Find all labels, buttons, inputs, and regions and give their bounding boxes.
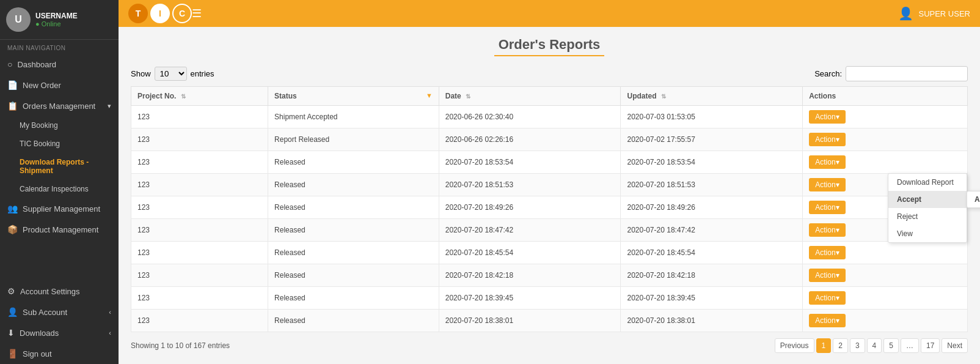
dropdown-item-download-report[interactable]: Download Report <box>888 174 967 191</box>
sidebar-item-label: My Booking <box>20 121 58 130</box>
sidebar-item-orders-management[interactable]: 📋 Orders Management ▾ <box>0 95 119 116</box>
dropdown-item-reject[interactable]: Reject <box>888 208 967 225</box>
user-icon: 👤 <box>7 307 18 317</box>
cell-status: Released <box>268 287 439 310</box>
sidebar-item-label: Calendar Inspections <box>20 185 89 193</box>
page-content: Order's Reports Show 10 25 50 100 entrie… <box>119 27 980 364</box>
users-icon: 👥 <box>7 204 18 214</box>
nav-section-label: MAIN NAVIGATION <box>0 40 119 54</box>
action-button[interactable]: Action▾ <box>809 133 845 146</box>
cell-updated: 2020-07-20 18:42:18 <box>621 264 803 287</box>
page-button-17[interactable]: 17 <box>921 338 940 353</box>
sidebar: U USERNAME Online MAIN NAVIGATION ○ Dash… <box>0 0 119 364</box>
cell-project-no: 123 <box>131 106 268 128</box>
action-dropdown-menu: Download ReportAcceptAccept ReportReject… <box>888 173 967 243</box>
action-button[interactable]: Action▾ <box>809 314 845 327</box>
cell-actions: Action▾ <box>803 242 968 264</box>
action-button[interactable]: Action▾ <box>809 155 845 169</box>
search-box: Search: <box>814 66 968 81</box>
chevron-down-icon: ▾ <box>108 102 111 110</box>
sidebar-item-my-booking[interactable]: My Booking <box>0 116 119 135</box>
sidebar-item-new-order[interactable]: 📄 New Order <box>0 75 119 95</box>
cell-status: Released <box>268 219 439 242</box>
cell-date: 2020-07-20 18:45:54 <box>439 242 621 264</box>
box-icon: 📦 <box>7 225 18 234</box>
col-date[interactable]: Date ⇅ <box>439 87 621 106</box>
page-button-2[interactable]: 2 <box>833 338 848 353</box>
sidebar-item-sub-account[interactable]: 👤 Sub Account ‹ <box>0 302 119 322</box>
cell-date: 2020-07-20 18:49:26 <box>439 196 621 219</box>
sidebar-item-sign-out[interactable]: 🚪 Sign out <box>0 343 119 364</box>
col-project-no[interactable]: Project No. ⇅ <box>131 87 268 106</box>
sidebar-item-download-reports[interactable]: Download Reports - Shipment <box>0 153 119 180</box>
sidebar-item-label: Product Management <box>23 225 98 234</box>
action-button[interactable]: Action▾ <box>809 246 845 259</box>
action-button[interactable]: Action▾ <box>809 178 845 191</box>
sort-icon: ⇅ <box>181 93 186 100</box>
hamburger-icon[interactable]: ☰ <box>192 7 202 20</box>
sidebar-profile: U USERNAME Online <box>0 0 119 40</box>
table-row: 123Released2020-07-20 18:45:542020-07-20… <box>131 242 968 264</box>
search-input[interactable] <box>846 66 968 81</box>
dropdown-item-view[interactable]: View <box>888 225 967 242</box>
cell-updated: 2020-07-20 18:47:42 <box>621 219 803 242</box>
next-button[interactable]: Next <box>942 338 968 353</box>
cell-date: 2020-07-20 18:39:45 <box>439 287 621 310</box>
sidebar-item-account-settings[interactable]: ⚙ Account Settings <box>0 281 119 302</box>
sidebar-item-label: Account Settings <box>20 287 80 296</box>
chevron-left-icon: ‹ <box>109 308 111 316</box>
col-updated[interactable]: Updated ⇅ <box>621 87 803 106</box>
accept-report-tooltip: Accept Report <box>967 191 980 208</box>
entries-select[interactable]: 10 25 50 100 <box>155 67 187 81</box>
page-button-4[interactable]: 4 <box>867 338 882 353</box>
table-row: 123Released2020-07-20 18:42:182020-07-20… <box>131 264 968 287</box>
sidebar-item-downloads[interactable]: ⬇ Downloads ‹ <box>0 322 119 343</box>
action-button[interactable]: Action▾ <box>809 291 845 305</box>
col-status[interactable]: Status ▼ <box>268 87 439 106</box>
cell-date: 2020-07-20 18:38:01 <box>439 310 621 332</box>
action-button[interactable]: Action▾ <box>809 110 845 124</box>
sidebar-item-tic-booking[interactable]: TIC Booking <box>0 135 119 153</box>
dropdown-item-accept[interactable]: AcceptAccept Report <box>888 191 967 208</box>
page-button-3[interactable]: 3 <box>850 338 865 353</box>
table-row: 123Released2020-07-20 18:38:012020-07-20… <box>131 310 968 332</box>
cell-date: 2020-06-26 02:26:16 <box>439 128 621 151</box>
cell-updated: 2020-07-20 18:38:01 <box>621 310 803 332</box>
cell-updated: 2020-07-20 18:45:54 <box>621 242 803 264</box>
sidebar-item-label: Dashboard <box>17 60 56 69</box>
prev-button[interactable]: Previous <box>775 338 814 353</box>
cell-date: 2020-07-20 18:42:18 <box>439 264 621 287</box>
sidebar-item-label: Sub Account <box>23 308 67 317</box>
table-controls: Show 10 25 50 100 entries Search: <box>131 66 968 81</box>
cell-date: 2020-06-26 02:30:40 <box>439 106 621 128</box>
sidebar-item-supplier-management[interactable]: 👥 Supplier Management <box>0 198 119 219</box>
action-button[interactable]: Action▾ <box>809 223 845 237</box>
user-avatar-icon: 👤 <box>898 6 913 21</box>
cell-status: Released <box>268 174 439 196</box>
table-row: 123Report Released2020-06-26 02:26:16202… <box>131 128 968 151</box>
action-button[interactable]: Action▾ <box>809 201 845 214</box>
profile-name: USERNAME <box>35 12 78 20</box>
cell-status: Report Released <box>268 128 439 151</box>
avatar: U <box>6 7 31 32</box>
cell-date: 2020-07-20 18:47:42 <box>439 219 621 242</box>
entries-label: entries <box>191 69 214 78</box>
cell-status: Released <box>268 196 439 219</box>
sidebar-item-label: New Order <box>23 81 61 90</box>
document-icon: 📄 <box>7 80 18 90</box>
action-button[interactable]: Action▾ <box>809 269 845 282</box>
cell-status: Released <box>268 151 439 174</box>
logo: T I C <box>128 4 192 23</box>
sidebar-item-dashboard[interactable]: ○ Dashboard <box>0 54 119 75</box>
sidebar-item-label: Downloads <box>20 329 59 338</box>
table-row: 123Released2020-07-20 18:47:422020-07-20… <box>131 219 968 242</box>
sidebar-item-product-management[interactable]: 📦 Product Management <box>0 219 119 240</box>
table-row: 123Released2020-07-20 18:49:262020-07-20… <box>131 196 968 219</box>
sidebar-item-calendar-inspections[interactable]: Calendar Inspections <box>0 180 119 198</box>
cell-project-no: 123 <box>131 287 268 310</box>
sidebar-item-label: TIC Booking <box>20 139 60 148</box>
cell-project-no: 123 <box>131 196 268 219</box>
cell-updated: 2020-07-03 01:53:05 <box>621 106 803 128</box>
page-button-1[interactable]: 1 <box>816 338 832 353</box>
page-button-5[interactable]: 5 <box>883 338 899 353</box>
